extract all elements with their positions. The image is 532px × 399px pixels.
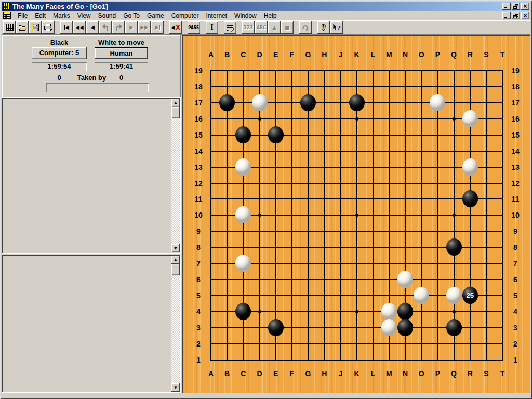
grid-line-horizontal xyxy=(210,86,503,87)
row-label-left: 17 xyxy=(194,99,203,107)
black-stone-E3 xyxy=(268,319,284,336)
back-10-moves-icon: ◀◀ xyxy=(75,25,83,30)
column-label-top: Q xyxy=(451,50,457,59)
context-help-button[interactable]: ? xyxy=(330,21,343,34)
square-mark-icon: ■ xyxy=(285,25,289,31)
row-label-right: 19 xyxy=(511,66,520,75)
next-variation-icon xyxy=(115,24,123,32)
grid-line-horizontal xyxy=(210,343,503,344)
row-label-left: 13 xyxy=(194,163,203,171)
white-stone-O5 xyxy=(414,287,429,304)
grid-line-horizontal xyxy=(210,151,503,152)
menu-game[interactable]: Game xyxy=(143,11,168,20)
print-button[interactable] xyxy=(42,21,55,34)
row-label-right: 12 xyxy=(511,179,520,188)
scrollbar-thumb[interactable] xyxy=(171,107,180,118)
scroll-up-icon[interactable]: ▲ xyxy=(171,256,180,264)
minimize-button[interactable] xyxy=(502,3,511,10)
white-stone-C13 xyxy=(235,158,251,176)
edit-comment-button[interactable] xyxy=(224,21,236,34)
child-close-button[interactable]: × xyxy=(521,12,529,19)
menu-edit[interactable]: Edit xyxy=(31,11,49,20)
white-captures-count: 0 xyxy=(95,74,148,82)
forward-10-moves-button[interactable]: ▶▶ xyxy=(138,21,151,34)
menu-window[interactable]: Window xyxy=(231,11,260,20)
comment-box[interactable]: ▲ ▼ xyxy=(2,255,181,393)
game-info-panel: Black White to move Computer: 5 Human 1:… xyxy=(2,35,181,97)
black-clock: 1:59:54 xyxy=(32,62,87,71)
restore-button[interactable] xyxy=(512,3,520,10)
app-icon[interactable] xyxy=(3,3,10,10)
show-numbers-button[interactable]: 123 xyxy=(242,21,255,34)
move-list-box[interactable]: ▲ ▼ xyxy=(2,98,181,254)
document-icon[interactable] xyxy=(3,12,11,19)
redo-button[interactable] xyxy=(299,21,312,34)
grid-line-horizontal xyxy=(210,135,503,136)
help-button[interactable]: ? xyxy=(317,21,330,34)
row-label-left: 6 xyxy=(196,275,201,284)
app-window: The Many Faces of Go - [Go1] × FileEditM… xyxy=(0,0,532,399)
menu-computer[interactable]: Computer xyxy=(168,11,203,20)
column-label-bottom: F xyxy=(290,369,295,378)
column-label-top: F xyxy=(290,50,295,59)
title-bar: The Many Faces of Go - [Go1] × xyxy=(2,2,530,11)
next-variation-button[interactable] xyxy=(112,21,125,34)
save-button[interactable] xyxy=(29,21,42,34)
pass-icon: PASS xyxy=(189,25,200,30)
black-stone-G17 xyxy=(300,94,316,111)
go-board[interactable]: AABBCCDDEEFFGGHHJJKKLLMMNNOOPPQQRRSSTT19… xyxy=(182,35,530,393)
last-move-button[interactable]: ▶ xyxy=(151,21,164,34)
column-label-top: M xyxy=(386,50,392,59)
back-move-button[interactable]: ◀ xyxy=(86,21,99,34)
move-number-label: 25 xyxy=(466,291,473,299)
star-point xyxy=(355,214,358,217)
menu-internet[interactable]: Internet xyxy=(202,11,231,20)
menu-sound[interactable]: Sound xyxy=(95,11,120,20)
restore-icon xyxy=(513,4,518,9)
white-player-button[interactable]: Human xyxy=(95,47,148,59)
scroll-down-icon[interactable]: ▼ xyxy=(171,383,180,392)
child-restore-button[interactable] xyxy=(512,12,520,19)
back-move-icon: ◀ xyxy=(90,25,95,30)
square-mark-button[interactable]: ■ xyxy=(281,21,294,34)
white-stone-M4 xyxy=(381,303,397,320)
scroll-up-icon[interactable]: ▲ xyxy=(171,99,180,107)
menu-go-to[interactable]: Go To xyxy=(119,11,143,20)
open-button[interactable] xyxy=(16,21,29,34)
menu-help[interactable]: Help xyxy=(260,11,281,20)
child-minimize-button[interactable] xyxy=(502,12,511,19)
window-title: The Many Faces of Go - [Go1] xyxy=(12,3,108,10)
column-label-top: H xyxy=(322,50,327,59)
column-label-top: L xyxy=(370,50,375,59)
message-field[interactable] xyxy=(46,83,149,92)
white-to-move-header: White to move xyxy=(95,38,148,46)
first-move-button[interactable]: ◀ xyxy=(60,21,73,34)
pass-button[interactable]: PASS xyxy=(188,21,200,34)
move-list-scrollbar[interactable]: ▲ ▼ xyxy=(171,99,180,252)
menu-view[interactable]: View xyxy=(74,11,95,20)
new-board-icon xyxy=(6,24,14,31)
forward-move-button[interactable]: ▶ xyxy=(125,21,138,34)
column-label-top: A xyxy=(208,50,214,59)
prev-variation-button[interactable] xyxy=(99,21,112,34)
column-label-top: D xyxy=(257,50,262,59)
status-bar xyxy=(2,393,530,397)
menu-file[interactable]: File xyxy=(14,11,31,20)
scroll-down-icon[interactable]: ▼ xyxy=(171,244,180,252)
back-10-moves-button[interactable]: ◀◀ xyxy=(73,21,86,34)
row-label-left: 11 xyxy=(195,195,203,203)
black-player-button[interactable]: Computer: 5 xyxy=(32,47,87,59)
open-icon xyxy=(18,24,27,31)
game-info-button[interactable]: I xyxy=(206,21,218,34)
scrollbar-thumb[interactable] xyxy=(171,264,180,275)
close-button[interactable]: × xyxy=(521,3,529,10)
comment-scrollbar[interactable]: ▲ ▼ xyxy=(171,256,180,392)
show-letters-button[interactable]: ABC xyxy=(255,21,268,34)
row-label-right: 8 xyxy=(513,243,517,251)
mute-sound-button[interactable]: ◀X xyxy=(169,21,182,34)
triangle-mark-button[interactable]: ▲ xyxy=(268,21,281,34)
menu-marks[interactable]: Marks xyxy=(49,11,74,20)
column-label-bottom: P xyxy=(435,369,440,378)
new-board-button[interactable] xyxy=(3,21,16,34)
restore-icon xyxy=(513,14,518,18)
